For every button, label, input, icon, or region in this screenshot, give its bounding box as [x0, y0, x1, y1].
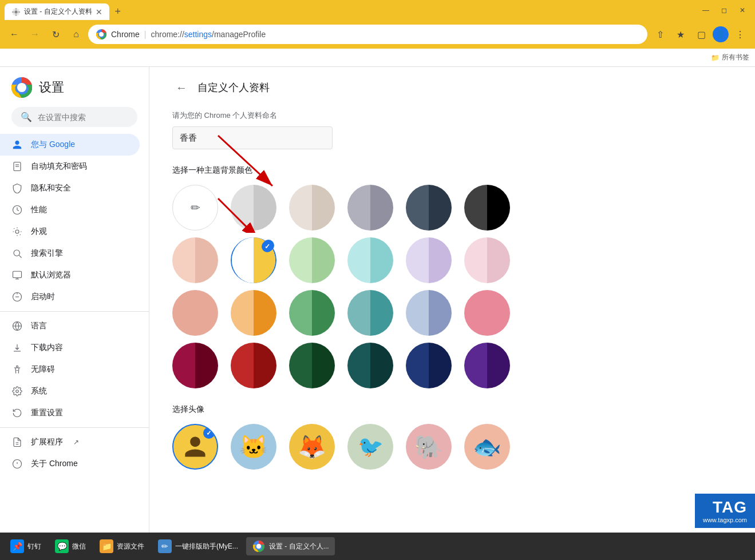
back-btn[interactable]: ← — [6, 26, 23, 43]
color-blue-light[interactable] — [406, 290, 452, 336]
sidebar-item-default-browser[interactable]: 默认浏览器 — [0, 264, 140, 286]
split-btn[interactable]: ▢ — [692, 25, 710, 43]
address-input[interactable]: Chrome | chrome://settings/manageProfile — [88, 25, 647, 44]
sidebar-label-system: 系统 — [31, 386, 47, 396]
main-layout: 设置 🔍 您与 Google 自动填充和密码 — [0, 67, 755, 533]
profile-btn[interactable]: 👤 — [713, 26, 729, 42]
bookmarks-icon: 📁 — [711, 54, 720, 62]
menu-btn[interactable]: ⋮ — [731, 25, 749, 43]
taskbar-files[interactable]: 📁 资源文件 — [94, 537, 150, 555]
sidebar-item-accessibility[interactable]: 无障碍 — [0, 359, 140, 380]
avatar-cat[interactable]: 🐱 — [231, 424, 276, 470]
sidebar-items: 您与 Google 自动填充和密码 隐私和安全 性能 — [0, 134, 149, 475]
name-section: 请为您的 Chrome 个人资料命名 — [172, 110, 732, 149]
url-display: chrome://settings/manageProfile — [151, 30, 266, 39]
taskbar-myedit[interactable]: ✏ 一键排版助手(MyE... — [152, 537, 244, 555]
color-orange[interactable] — [231, 290, 276, 336]
color-teal[interactable] — [347, 290, 393, 336]
new-tab-btn[interactable]: + — [109, 3, 127, 20]
watermark-tag: TAG — [713, 498, 747, 517]
avatar-default[interactable]: ✓ — [172, 424, 218, 470]
bookmark-btn[interactable]: ★ — [671, 25, 690, 43]
color-dark-green[interactable] — [289, 343, 335, 388]
tab-close-btn[interactable]: ✕ — [96, 7, 102, 17]
refresh-btn[interactable]: ↻ — [47, 26, 64, 43]
wechat-icon: 💬 — [55, 539, 69, 553]
search-engine-icon — [11, 248, 23, 259]
browser-name: Chrome — [111, 30, 140, 39]
color-lavender[interactable] — [406, 237, 452, 283]
taskbar-wechat[interactable]: 💬 微信 — [49, 537, 92, 555]
tab-area: 设置 - 自定义个人资料 ✕ + — [5, 0, 127, 20]
bookmarks-label[interactable]: 所有书签 — [722, 53, 749, 62]
color-maroon[interactable] — [172, 343, 218, 388]
avatar-elephant[interactable]: 🐘 — [406, 424, 452, 470]
color-pink-mid[interactable] — [464, 290, 510, 336]
color-purple[interactable] — [464, 343, 510, 388]
color-peach[interactable] — [172, 237, 218, 283]
color-grey-light[interactable] — [231, 185, 276, 231]
sidebar-item-about[interactable]: 关于 Chrome — [0, 453, 140, 475]
svg-point-20 — [17, 366, 18, 367]
color-grey-mid[interactable] — [347, 185, 393, 231]
taskbar-chrome-settings[interactable]: 设置 - 自定义个人... — [246, 537, 335, 555]
sidebar-item-you-google[interactable]: 您与 Google — [0, 134, 140, 156]
watermark-url: www.tagxp.com — [703, 517, 747, 523]
pencil-icon: ✏ — [191, 201, 200, 215]
sidebar-item-autofill[interactable]: 自动填充和密码 — [0, 156, 140, 177]
sidebar-item-search[interactable]: 搜索引擎 — [0, 243, 140, 264]
avatar-fox[interactable]: 🦊 — [289, 424, 335, 470]
color-green-light[interactable] — [289, 237, 335, 283]
color-crimson[interactable] — [231, 343, 276, 388]
content-title: 自定义个人资料 — [197, 81, 270, 94]
svg-rect-13 — [13, 271, 22, 277]
search-input[interactable] — [38, 113, 128, 122]
taskbar-pin[interactable]: 📌 钉钉 — [5, 537, 47, 555]
minimize-btn[interactable]: — — [698, 5, 714, 16]
color-dark-slate[interactable] — [406, 185, 452, 231]
sidebar-item-reset[interactable]: 重置设置 — [0, 402, 140, 424]
color-section-label: 选择一种主题背景颜色 — [172, 165, 732, 176]
sidebar-item-appearance[interactable]: 外观 — [0, 221, 140, 243]
color-green-mid[interactable] — [289, 290, 335, 336]
custom-color-btn[interactable]: ✏ — [172, 185, 218, 231]
sidebar-item-privacy[interactable]: 隐私和安全 — [0, 177, 140, 199]
appearance-icon — [11, 227, 23, 237]
color-navy[interactable] — [406, 343, 452, 388]
window-close-btn[interactable]: ✕ — [734, 5, 750, 16]
sidebar-item-performance[interactable]: 性能 — [0, 199, 140, 221]
taskbar: 📌 钉钉 💬 微信 📁 资源文件 ✏ 一键排版助手(MyE... 设置 - 自定… — [0, 533, 755, 560]
back-content-btn[interactable]: ← — [172, 78, 191, 97]
color-salmon[interactable] — [172, 290, 218, 336]
restore-btn[interactable]: ◻ — [716, 5, 732, 16]
color-black[interactable] — [464, 185, 510, 231]
sidebar-label-about: 关于 Chrome — [31, 459, 78, 469]
color-beige[interactable] — [289, 185, 335, 231]
avatar-section-label: 选择头像 — [172, 404, 732, 415]
sidebar-item-language[interactable]: 语言 — [0, 315, 140, 337]
sidebar-label-privacy: 隐私和安全 — [31, 183, 71, 193]
home-btn[interactable]: ⌂ — [68, 26, 85, 43]
avatar-bird[interactable]: 🐦 — [347, 424, 393, 470]
toolbar-right: ⇧ ★ ▢ 👤 ⋮ — [651, 25, 749, 43]
profile-name-input[interactable] — [172, 126, 333, 149]
content-area: ← 自定义个人资料 请为您的 Chrome 个人资料命名 选择一种主题背景颜色 — [149, 67, 755, 533]
sidebar-item-system[interactable]: 系统 — [0, 380, 140, 402]
active-tab[interactable]: 设置 - 自定义个人资料 ✕ — [5, 3, 109, 20]
sidebar-divider2 — [0, 427, 149, 428]
title-bar: 设置 - 自定义个人资料 ✕ + — ◻ ✕ — [0, 0, 755, 20]
color-pink-light[interactable] — [464, 237, 510, 283]
forward-btn[interactable]: → — [26, 26, 44, 43]
color-yellow-white[interactable]: ✓ — [231, 237, 276, 283]
sidebar-item-startup[interactable]: 启动时 — [0, 286, 140, 308]
color-cyan-light[interactable] — [347, 237, 393, 283]
avatar-koi[interactable]: 🐟 — [464, 424, 510, 470]
sidebar-label-performance: 性能 — [31, 205, 47, 215]
sidebar-item-extensions[interactable]: 扩展程序 ↗ — [0, 431, 140, 453]
share-btn[interactable]: ⇧ — [651, 25, 669, 43]
sidebar-item-downloads[interactable]: 下载内容 — [0, 337, 140, 359]
about-icon — [11, 459, 23, 469]
svg-line-12 — [19, 255, 21, 257]
color-dark-teal[interactable] — [347, 343, 393, 388]
language-icon — [11, 321, 23, 331]
